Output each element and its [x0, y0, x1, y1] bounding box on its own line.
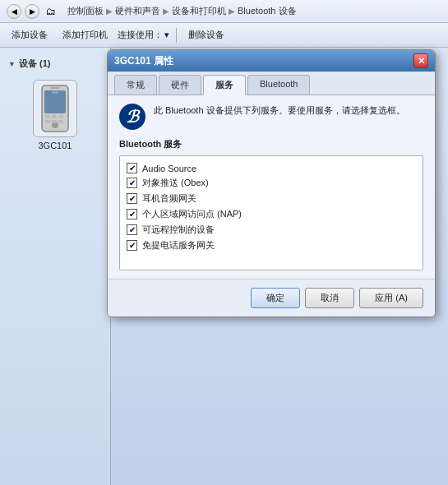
service-item-2[interactable]: ✔ 耳机音频网关: [127, 191, 416, 206]
breadcrumb-sep-3: ▶: [229, 7, 235, 16]
folder-icon: 🗂: [43, 3, 59, 20]
svg-rect-6: [58, 115, 63, 118]
checkmark-1: ✔: [129, 178, 136, 187]
service-label-4: 可远程控制的设备: [142, 224, 215, 236]
devices-section-label: 设备 (1): [19, 58, 51, 70]
service-checkbox-0[interactable]: ✔: [127, 163, 137, 173]
breadcrumb-item-3[interactable]: 设备和打印机: [172, 5, 226, 17]
breadcrumb-sep-1: ▶: [106, 7, 113, 16]
tab-bar: 常规 硬件 服务 Bluetooth: [108, 72, 435, 95]
left-panel: ▼ 设备 (1) 3GC101: [0, 48, 111, 485]
service-label-3: 个人区域网访问点 (NAP): [142, 208, 242, 220]
device-name-label: 3GC101: [39, 141, 72, 150]
properties-dialog: 3GC101 属性 ✕ 常规 硬件 服务 Bluetooth ℬ 此 Bluet…: [107, 49, 436, 317]
delete-device-button[interactable]: 删除设备: [183, 27, 229, 43]
checkmark-2: ✔: [129, 194, 136, 203]
service-checkbox-4[interactable]: ✔: [127, 224, 137, 235]
service-label-1: 对象推送 (Obex): [142, 177, 209, 189]
devices-section-header: ▼ 设备 (1): [0, 54, 110, 73]
service-label-2: 耳机音频网关: [142, 192, 196, 205]
add-printer-button[interactable]: 添加打印机: [58, 27, 113, 43]
service-label-0: Audio Source: [142, 164, 196, 173]
service-item-0[interactable]: ✔ Audio Source: [127, 161, 416, 175]
services-listbox: ✔ Audio Source ✔ 对象推送 (Obex) ✔ 耳机音频网关 ✔ …: [119, 155, 423, 270]
dialog-title: 3GC101 属性: [114, 54, 173, 68]
svg-rect-7: [45, 120, 50, 123]
service-item-1[interactable]: ✔ 对象推送 (Obex): [127, 175, 416, 191]
svg-rect-1: [44, 90, 66, 113]
svg-rect-9: [58, 120, 63, 123]
dialog-footer: 确定 取消 应用 (A): [108, 279, 435, 316]
service-item-4[interactable]: ✔ 可远程控制的设备: [127, 222, 416, 238]
bluetooth-symbol: ℬ: [126, 107, 139, 127]
checkmark-0: ✔: [129, 164, 136, 173]
svg-rect-4: [45, 115, 50, 118]
checkmark-4: ✔: [129, 225, 136, 234]
checkmark-5: ✔: [129, 241, 136, 250]
section-collapse-icon[interactable]: ▼: [8, 60, 16, 68]
svg-rect-3: [50, 87, 60, 89]
service-checkbox-2[interactable]: ✔: [127, 193, 137, 204]
service-checkbox-3[interactable]: ✔: [127, 209, 137, 219]
device-icon: [33, 80, 77, 137]
tab-hardware[interactable]: 硬件: [159, 75, 201, 95]
ok-button[interactable]: 确定: [251, 288, 300, 308]
dropdown-arrow-icon: ▾: [164, 30, 169, 40]
address-bar: ◀ ▶ 🗂 控制面板 ▶ 硬件和声音 ▶ 设备和打印机 ▶ Bluetooth …: [0, 0, 448, 23]
service-checkbox-5[interactable]: ✔: [127, 240, 137, 251]
breadcrumb-sep-2: ▶: [163, 7, 169, 16]
apply-button[interactable]: 应用 (A): [359, 288, 423, 308]
services-section-label: Bluetooth 服务: [119, 138, 423, 150]
service-label-5: 免提电话服务网关: [142, 239, 215, 252]
device-list-item[interactable]: 3GC101: [0, 73, 110, 157]
description-row: ℬ 此 Bluetooth 设备提供下列服务。要使用服务，请选择复选框。: [119, 104, 423, 130]
connect-use-label: 连接使用：: [118, 29, 163, 41]
add-device-button[interactable]: 添加设备: [7, 27, 53, 43]
cancel-button[interactable]: 取消: [305, 288, 354, 308]
tab-services[interactable]: 服务: [203, 75, 246, 95]
phone-svg: [39, 84, 72, 133]
svg-rect-8: [52, 120, 57, 123]
dialog-body: ℬ 此 Bluetooth 设备提供下列服务。要使用服务，请选择复选框。 Blu…: [108, 95, 435, 279]
service-item-3[interactable]: ✔ 个人区域网访问点 (NAP): [127, 206, 416, 222]
breadcrumb-item-4[interactable]: Bluetooth 设备: [238, 5, 297, 17]
svg-rect-5: [52, 115, 57, 118]
service-item-5[interactable]: ✔ 免提电话服务网关: [127, 238, 416, 253]
nav-forward-btn[interactable]: ▶: [25, 4, 39, 19]
breadcrumb: 控制面板 ▶ 硬件和声音 ▶ 设备和打印机 ▶ Bluetooth 设备: [67, 5, 297, 17]
checkmark-3: ✔: [129, 210, 136, 219]
toolbar: 添加设备 添加打印机 连接使用： ▾ 删除设备: [0, 23, 448, 48]
dialog-titlebar: 3GC101 属性 ✕: [108, 50, 435, 72]
tab-bluetooth[interactable]: Bluetooth: [247, 75, 310, 95]
service-checkbox-1[interactable]: ✔: [127, 178, 137, 188]
nav-back-btn[interactable]: ◀: [7, 4, 21, 19]
toolbar-separator: [176, 28, 177, 43]
description-text: 此 Bluetooth 设备提供下列服务。要使用服务，请选择复选框。: [154, 104, 405, 118]
tab-general[interactable]: 常规: [114, 75, 157, 95]
svg-rect-10: [52, 91, 58, 94]
dialog-close-button[interactable]: ✕: [413, 53, 428, 68]
connect-use-dropdown[interactable]: 连接使用： ▾: [118, 29, 169, 41]
bluetooth-icon: ℬ: [119, 104, 145, 130]
breadcrumb-item-2[interactable]: 硬件和声音: [115, 5, 160, 17]
breadcrumb-item-1[interactable]: 控制面板: [67, 5, 104, 17]
